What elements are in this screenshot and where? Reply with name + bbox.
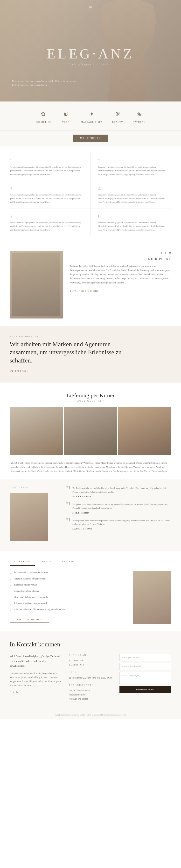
form-submit-button[interactable]: EINREICHEN: [119, 686, 171, 693]
numbered-item-3: 3 Personalvermittlungsagentur, die bestr…: [10, 181, 90, 209]
num-text-3: Personalvermittlungsagentur, die bestreb…: [10, 193, 83, 204]
cosmetic-label: COSMETICS: [35, 121, 51, 123]
kontakt-form-col: EINREICHEN: [119, 654, 171, 701]
num-1: 1: [10, 158, 83, 164]
linkedin-social-icon[interactable]: in: [16, 691, 19, 694]
ref-left: REFERENZEN: [10, 487, 68, 544]
weiterlesen-link[interactable]: Weiterlesen: [10, 370, 29, 372]
check-icon: ✓: [10, 571, 12, 575]
check-icon: ✓: [10, 590, 12, 594]
num-text-4: Personalvermittlungsagentur, die bestreb…: [98, 193, 167, 204]
phone-2: 1 (234) 987-654: [69, 663, 112, 667]
check-list: ✓Ausnahme sit occaecat cupidatat non ✓Lo…: [10, 571, 125, 612]
massage-label: MASSAGE & SPA: [81, 121, 103, 123]
facebook-social-icon[interactable]: f: [10, 691, 11, 694]
yoga-label: YOGA: [62, 121, 70, 123]
lieferung-body: Haben Sie sich jemals gewünscht, Sie kön…: [10, 461, 171, 473]
list-item: ✓duis aute irure dolor in reprehenderit: [10, 602, 125, 606]
form-name-input[interactable]: [119, 654, 171, 661]
hamburger-icon: ≡: [89, 4, 92, 10]
testimonial-name-3: LANA HUDSON: [72, 528, 171, 530]
nav-menu-icon[interactable]: ≡: [89, 4, 92, 11]
erfahren-link[interactable]: erfahren Sie mehr: [70, 290, 98, 292]
num-3: 3: [10, 185, 83, 192]
list-item: ✓Lorem in culpa qui officia deserunt: [10, 577, 125, 581]
icon-beauty[interactable]: ❋ BEAUTY: [112, 109, 123, 123]
lage-label: LAGE: [69, 671, 112, 674]
ref-right: " Die Redakteurin ist im Notfall ruhige …: [68, 487, 171, 544]
tab-reviews[interactable]: REVIEWS: [57, 558, 80, 566]
testimonial-1: " Die Redakteurin ist im Notfall ruhige …: [68, 487, 171, 498]
instagram-icon[interactable]: ◉: [169, 251, 171, 255]
kreative-label: KREATIVE HUSTLER: [10, 335, 171, 338]
numbered-item-4: 4 Personalvermittlungsagentur, die bestr…: [90, 181, 171, 209]
check-icon: ✓: [10, 608, 12, 612]
check-icon: ✓: [10, 602, 12, 606]
num-text-6: Personalvermittlungsagentur, die bestreb…: [98, 221, 167, 232]
icon-natural[interactable]: ❀ NATURAL: [133, 109, 146, 123]
referenzen-section: REFERENZEN " Die Redakteurin ist im Notf…: [0, 479, 181, 551]
erfahren-button[interactable]: ERFAHREN SIE MEHR: [10, 616, 49, 623]
check-icon: ✓: [10, 596, 12, 600]
tabs-section: CONTENTS DETAILS REVIEWS ✓Ausnahme sit o…: [0, 551, 181, 631]
testimonial-name-1: NINA LARSON: [72, 495, 171, 498]
leistung-3: Ausflüge und Touren: [69, 697, 112, 701]
num-4: 4: [98, 185, 167, 192]
mehr-sehen-row: MEHR SEHEN: [0, 131, 181, 146]
phone-1: 1 (234) 567-891: [69, 659, 112, 663]
lieferung-title: Lieferung per Kurier: [10, 392, 171, 399]
list-item: ✓quis nostrud ullung ullamco: [10, 589, 125, 594]
numbered-grid: 1 Personalvermittlungsagentur, die bestr…: [0, 146, 181, 244]
kontakt-title: In Kontakt kommen: [10, 641, 171, 648]
tabs-left: ✓Ausnahme sit occaecat cupidatat non ✓Lo…: [10, 571, 125, 624]
hero-subtitle: Wir pflegen Schönheit: [47, 63, 134, 66]
kontakt-grid: Wir können Zuverlässigkeit, günstige Tar…: [10, 654, 171, 701]
photos-row: [10, 407, 171, 455]
kontakt-left: Wir können Zuverlässigkeit, günstige Tar…: [10, 654, 62, 701]
footer-note: Sample Text. Click to select the text bo…: [0, 711, 181, 719]
yoga-icon: ☯: [61, 109, 71, 119]
beauty-label: BEAUTY: [112, 121, 123, 123]
num-5: 5: [10, 213, 83, 219]
tab-details[interactable]: DETAILS: [35, 558, 57, 566]
check-icon: ✓: [10, 577, 12, 581]
lieferung-section: Lieferung per Kurier MODE GESCHÄFT: [0, 382, 181, 455]
num-2: 2: [98, 158, 167, 164]
list-item: ✓ut enim ad minim veniam: [10, 583, 125, 587]
lieferung-subtitle: MODE GESCHÄFT: [10, 400, 171, 402]
tabs-header: CONTENTS DETAILS REVIEWS: [10, 558, 171, 566]
form-email-input[interactable]: [119, 663, 171, 670]
kontakt-form: EINREICHEN: [119, 654, 171, 693]
testimonial-text-1: Die Redakteurin ist im Notfall ruhige ei…: [72, 487, 171, 494]
hero-title: ELEG·ANZ: [47, 46, 134, 62]
kontakt-section: In Kontakt kommen Wir können Zuverlässig…: [0, 631, 181, 711]
twitter-icon[interactable]: t: [165, 251, 166, 255]
list-item: ✓voluptate velit esse cillum dolore eu f…: [10, 608, 125, 612]
icon-yoga[interactable]: ☯ YOGA: [61, 109, 71, 123]
lieferung-text: Haben Sie sich jemals gewünscht, Sie kön…: [0, 455, 181, 479]
tab-contents[interactable]: CONTENTS: [10, 558, 35, 566]
kontakt-tagline: Wir können Zuverlässigkeit, günstige Tar…: [10, 654, 62, 668]
num-text-1: Personalvermittlungsagentur, die bestreb…: [10, 165, 83, 177]
profile-bio: In diesen Jahren hat die führende Positi…: [70, 265, 171, 285]
tabs-image: [133, 571, 171, 624]
twitter-social-icon[interactable]: t: [13, 691, 14, 694]
leistung-2: Flughafentransfer: [69, 693, 112, 697]
photo-2: [64, 407, 117, 455]
profile-image-inner: [12, 253, 60, 316]
facebook-icon[interactable]: f: [161, 251, 162, 255]
mehr-sehen-button[interactable]: MEHR SEHEN: [73, 134, 108, 142]
top-leistungen-label: TOP-LEISTUNGEN: [69, 684, 112, 686]
num-text-2: Personalvermittlungsagentur, die bestreb…: [98, 165, 167, 177]
cosmetic-icon: ✿: [38, 109, 48, 119]
testimonial-3: " Wir beginnen jeden Wettbewerbsprozess,…: [68, 519, 171, 530]
icon-massage[interactable]: ✦ MASSAGE & SPA: [81, 109, 103, 123]
list-item: ✓labore nisi ut aliquip ex ea commodo: [10, 595, 125, 600]
massage-icon: ✦: [86, 109, 97, 119]
ruf-uns-an-label: RUF UNS AN: [69, 654, 112, 656]
numbered-item-2: 2 Personalvermittlungsagentur, die bestr…: [90, 153, 171, 181]
form-message-input[interactable]: [119, 672, 171, 684]
hero-section: ≡ ELEG·ANZ Wir pflegen Schönheit Unterne…: [0, 0, 181, 101]
quote-mark-1: ": [66, 484, 71, 497]
icon-cosmetics[interactable]: ✿ COSMETICS: [35, 109, 51, 123]
